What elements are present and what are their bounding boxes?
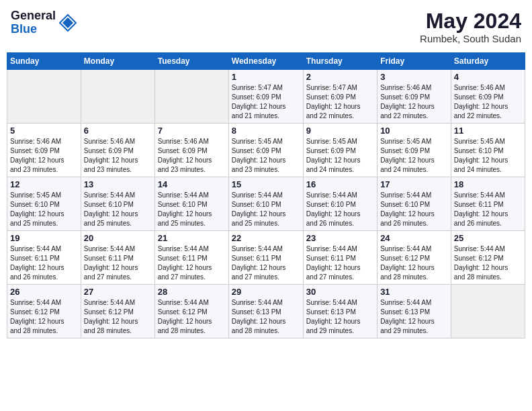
calendar-cell — [7, 70, 81, 124]
day-number: 4 — [454, 72, 522, 82]
day-number: 25 — [454, 233, 522, 243]
day-info: Sunrise: 5:46 AM Sunset: 6:09 PM Dayligh… — [158, 137, 226, 175]
calendar-cell: 30Sunrise: 5:44 AM Sunset: 6:13 PM Dayli… — [303, 285, 377, 338]
weekday-header: Tuesday — [154, 53, 228, 70]
calendar-week-row: 26Sunrise: 5:44 AM Sunset: 6:12 PM Dayli… — [7, 285, 525, 338]
day-number: 10 — [380, 126, 448, 136]
day-number: 26 — [10, 287, 78, 297]
weekday-header: Sunday — [7, 53, 81, 70]
day-info: Sunrise: 5:45 AM Sunset: 6:09 PM Dayligh… — [380, 137, 448, 175]
calendar-cell: 3Sunrise: 5:46 AM Sunset: 6:09 PM Daylig… — [378, 70, 451, 124]
calendar-header: SundayMondayTuesdayWednesdayThursdayFrid… — [7, 53, 525, 70]
day-number: 2 — [306, 72, 374, 82]
calendar-cell: 5Sunrise: 5:46 AM Sunset: 6:09 PM Daylig… — [7, 124, 81, 177]
day-info: Sunrise: 5:44 AM Sunset: 6:10 PM Dayligh… — [380, 191, 448, 228]
day-info: Sunrise: 5:44 AM Sunset: 6:10 PM Dayligh… — [84, 191, 152, 228]
calendar-cell: 18Sunrise: 5:44 AM Sunset: 6:11 PM Dayli… — [451, 177, 525, 231]
calendar-cell: 21Sunrise: 5:44 AM Sunset: 6:11 PM Dayli… — [154, 231, 228, 285]
calendar-cell: 8Sunrise: 5:45 AM Sunset: 6:09 PM Daylig… — [228, 124, 303, 177]
day-number: 16 — [306, 179, 374, 189]
calendar-cell: 25Sunrise: 5:44 AM Sunset: 6:12 PM Dayli… — [451, 231, 525, 285]
day-info: Sunrise: 5:45 AM Sunset: 6:09 PM Dayligh… — [306, 137, 374, 175]
day-info: Sunrise: 5:44 AM Sunset: 6:10 PM Dayligh… — [158, 191, 226, 228]
day-number: 30 — [306, 287, 374, 297]
logo-icon — [58, 13, 77, 32]
calendar-cell: 1Sunrise: 5:47 AM Sunset: 6:09 PM Daylig… — [228, 70, 303, 124]
day-info: Sunrise: 5:46 AM Sunset: 6:09 PM Dayligh… — [84, 137, 152, 175]
calendar-cell: 13Sunrise: 5:44 AM Sunset: 6:10 PM Dayli… — [81, 177, 154, 231]
day-info: Sunrise: 5:44 AM Sunset: 6:11 PM Dayligh… — [10, 244, 78, 282]
calendar-week-row: 12Sunrise: 5:45 AM Sunset: 6:10 PM Dayli… — [7, 177, 525, 231]
day-number: 31 — [380, 287, 448, 297]
day-info: Sunrise: 5:44 AM Sunset: 6:11 PM Dayligh… — [84, 244, 152, 282]
day-number: 14 — [158, 179, 226, 189]
day-number: 28 — [158, 287, 226, 297]
day-info: Sunrise: 5:44 AM Sunset: 6:13 PM Dayligh… — [380, 298, 448, 336]
calendar-cell: 16Sunrise: 5:44 AM Sunset: 6:10 PM Dayli… — [303, 177, 377, 231]
day-info: Sunrise: 5:45 AM Sunset: 6:10 PM Dayligh… — [454, 137, 522, 175]
page-header: GeneralBlue May 2024 Rumbek, South Sudan — [7, 7, 525, 47]
calendar-cell: 26Sunrise: 5:44 AM Sunset: 6:12 PM Dayli… — [7, 285, 81, 338]
day-number: 20 — [84, 233, 152, 243]
calendar-cell — [451, 285, 525, 338]
day-number: 12 — [10, 179, 78, 189]
logo-text: GeneralBlue — [11, 9, 56, 36]
day-number: 6 — [84, 126, 152, 136]
day-number: 22 — [232, 233, 300, 243]
calendar-cell: 23Sunrise: 5:44 AM Sunset: 6:11 PM Dayli… — [303, 231, 377, 285]
day-info: Sunrise: 5:44 AM Sunset: 6:11 PM Dayligh… — [454, 191, 522, 228]
weekday-header: Monday — [81, 53, 154, 70]
weekday-header: Friday — [378, 53, 451, 70]
calendar-cell: 10Sunrise: 5:45 AM Sunset: 6:09 PM Dayli… — [378, 124, 451, 177]
day-info: Sunrise: 5:44 AM Sunset: 6:13 PM Dayligh… — [306, 298, 374, 336]
calendar-week-row: 5Sunrise: 5:46 AM Sunset: 6:09 PM Daylig… — [7, 124, 525, 177]
calendar-cell: 9Sunrise: 5:45 AM Sunset: 6:09 PM Daylig… — [303, 124, 377, 177]
calendar-cell: 15Sunrise: 5:44 AM Sunset: 6:10 PM Dayli… — [228, 177, 303, 231]
calendar-cell: 24Sunrise: 5:44 AM Sunset: 6:12 PM Dayli… — [378, 231, 451, 285]
calendar-cell: 28Sunrise: 5:44 AM Sunset: 6:12 PM Dayli… — [154, 285, 228, 338]
calendar-cell: 19Sunrise: 5:44 AM Sunset: 6:11 PM Dayli… — [7, 231, 81, 285]
day-number: 21 — [158, 233, 226, 243]
day-number: 19 — [10, 233, 78, 243]
day-info: Sunrise: 5:44 AM Sunset: 6:12 PM Dayligh… — [84, 298, 152, 336]
calendar-week-row: 1Sunrise: 5:47 AM Sunset: 6:09 PM Daylig… — [7, 70, 525, 124]
calendar-week-row: 19Sunrise: 5:44 AM Sunset: 6:11 PM Dayli… — [7, 231, 525, 285]
day-number: 7 — [158, 126, 226, 136]
day-info: Sunrise: 5:44 AM Sunset: 6:13 PM Dayligh… — [232, 298, 300, 336]
day-number: 15 — [232, 179, 300, 189]
calendar-body: 1Sunrise: 5:47 AM Sunset: 6:09 PM Daylig… — [7, 70, 525, 338]
calendar-cell: 27Sunrise: 5:44 AM Sunset: 6:12 PM Dayli… — [81, 285, 154, 338]
day-info: Sunrise: 5:44 AM Sunset: 6:11 PM Dayligh… — [158, 244, 226, 282]
day-number: 5 — [10, 126, 78, 136]
day-info: Sunrise: 5:44 AM Sunset: 6:10 PM Dayligh… — [232, 191, 300, 228]
calendar-cell — [154, 70, 228, 124]
day-number: 8 — [232, 126, 300, 136]
day-info: Sunrise: 5:44 AM Sunset: 6:12 PM Dayligh… — [454, 244, 522, 282]
calendar-cell: 4Sunrise: 5:46 AM Sunset: 6:09 PM Daylig… — [451, 70, 525, 124]
day-number: 9 — [306, 126, 374, 136]
day-info: Sunrise: 5:47 AM Sunset: 6:09 PM Dayligh… — [306, 83, 374, 121]
calendar-table: SundayMondayTuesdayWednesdayThursdayFrid… — [7, 52, 525, 338]
month-title: May 2024 — [420, 9, 521, 33]
calendar-cell: 14Sunrise: 5:44 AM Sunset: 6:10 PM Dayli… — [154, 177, 228, 231]
calendar-cell: 20Sunrise: 5:44 AM Sunset: 6:11 PM Dayli… — [81, 231, 154, 285]
day-info: Sunrise: 5:44 AM Sunset: 6:10 PM Dayligh… — [306, 191, 374, 228]
calendar-cell: 2Sunrise: 5:47 AM Sunset: 6:09 PM Daylig… — [303, 70, 377, 124]
day-number: 1 — [232, 72, 300, 82]
title-area: May 2024 Rumbek, South Sudan — [420, 9, 521, 44]
day-number: 3 — [380, 72, 448, 82]
day-number: 24 — [380, 233, 448, 243]
calendar-cell: 12Sunrise: 5:45 AM Sunset: 6:10 PM Dayli… — [7, 177, 81, 231]
day-number: 18 — [454, 179, 522, 189]
day-info: Sunrise: 5:45 AM Sunset: 6:10 PM Dayligh… — [10, 191, 78, 228]
calendar-cell: 31Sunrise: 5:44 AM Sunset: 6:13 PM Dayli… — [378, 285, 451, 338]
day-number: 27 — [84, 287, 152, 297]
day-info: Sunrise: 5:46 AM Sunset: 6:09 PM Dayligh… — [10, 137, 78, 175]
logo: GeneralBlue — [11, 9, 77, 36]
day-info: Sunrise: 5:44 AM Sunset: 6:12 PM Dayligh… — [380, 244, 448, 282]
weekday-header: Wednesday — [228, 53, 303, 70]
calendar-cell: 7Sunrise: 5:46 AM Sunset: 6:09 PM Daylig… — [154, 124, 228, 177]
day-info: Sunrise: 5:44 AM Sunset: 6:12 PM Dayligh… — [158, 298, 226, 336]
weekday-header: Thursday — [303, 53, 377, 70]
calendar-cell: 22Sunrise: 5:44 AM Sunset: 6:11 PM Dayli… — [228, 231, 303, 285]
